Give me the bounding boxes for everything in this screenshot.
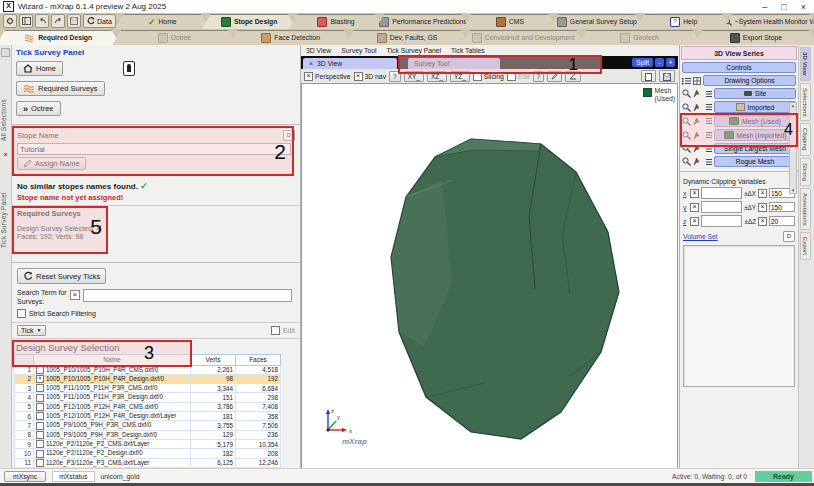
clear-search-icon[interactable]: × [70,290,80,300]
subtab-export-stope[interactable]: Export Stope [694,30,814,45]
scroll-up-icon[interactable]: ▲ [791,103,795,108]
sidetab-all-selections[interactable]: All Selections [0,71,7,141]
tab-system-health-monitor[interactable]: ~System Health Monitor Wi [723,14,814,29]
table-row[interactable]: 91120e_P2/1120e_P2_CMS.dxf/Layer5,17910,… [15,440,281,449]
tab-stope-design[interactable]: Stope Design [202,14,297,29]
settings-gear-button[interactable] [3,14,17,28]
texttab-tick-tables[interactable]: Tick Tables [451,47,485,54]
magnifier-icon[interactable] [682,103,691,112]
table-row[interactable]: 51005_P12/1005_P12H_P4R_CMS.dxf/03,7867,… [15,402,281,411]
search-surveys-input[interactable] [83,289,292,302]
view-tab-3d[interactable]: ×3D View [303,58,397,69]
mxsync-button[interactable]: mXsync [4,471,46,482]
close-panel-icon[interactable]: × [0,151,11,158]
clip-y-delta-toggle[interactable]: × [758,203,767,212]
nav3d-checkbox[interactable]: × [354,72,363,81]
pick-arrow-icon[interactable] [693,103,701,112]
table-row[interactable]: 111120e_P3/1120e_P3_CMS.dxf/Layer6,12512… [15,458,281,467]
clip-x-delta-toggle[interactable]: × [758,189,767,198]
tab-general-survey-setup[interactable]: General Survey Setup [549,14,644,29]
sidetab-slicing[interactable]: Slicing [800,158,811,186]
row-checkbox[interactable] [36,440,44,448]
controls-button[interactable]: Controls [682,62,796,73]
volume-set-list[interactable] [683,245,795,387]
clip-x-toggle[interactable]: × [690,189,699,198]
perspective-checkbox[interactable]: × [304,72,313,81]
subtab-geotech[interactable]: Geotech [577,30,701,45]
row-checkbox[interactable] [36,384,44,392]
grid-icon[interactable] [693,77,701,85]
copy-view-button[interactable] [641,70,656,81]
scroll-down-icon[interactable]: ▼ [791,188,795,193]
clip-y-input[interactable] [701,201,742,213]
user-pin-icon[interactable] [123,61,135,76]
row-checkbox[interactable] [36,403,44,411]
close-button[interactable]: × [801,2,806,12]
row-checkbox[interactable] [36,366,44,374]
clip-y-toggle[interactable]: × [690,203,699,212]
series-rogue-mesh-button[interactable]: Rogue Mesh [714,156,796,167]
magnifier-icon[interactable] [682,157,691,166]
table-row[interactable]: 81005_P9/1005_P9H_P3R_Design.dxf/0129236 [15,430,281,439]
table-row[interactable]: 61005_P12/1005_P12H_P4R_Design.dxf/Layer… [15,412,281,421]
table-row-selected[interactable]: 2×1005_P10/1005_P10H_P4R_Design.dxf/0981… [15,374,281,383]
volume-set-link[interactable]: Volume Set [683,233,718,240]
subtab-dev-faults-gs[interactable]: Dev, Faults, GS [345,30,469,45]
clip-z-delta-toggle[interactable]: × [758,217,767,226]
edit-checkbox[interactable] [271,326,280,335]
texttab-3d-view[interactable]: 3D View [306,47,331,54]
data-refresh-button[interactable]: Data [83,14,116,28]
unicorn-gold-tab[interactable]: unicorn_gold [97,472,144,481]
remove-view-button[interactable]: - [655,58,664,67]
sidetab-clipping[interactable]: Clipping [800,123,811,155]
row-checkbox-checked[interactable]: × [36,375,44,383]
tab-performance-predictions[interactable]: Performance Predictions [376,14,471,29]
clip-z-link[interactable]: z [683,218,688,225]
sidetab-selections[interactable]: Selections [800,83,811,122]
sidetab-tick-survey-panel[interactable]: Tick Survey Panel [0,158,7,248]
close-tab-icon[interactable]: × [309,60,313,67]
sidetab-3d-view[interactable]: 3D View [800,47,811,81]
row-checkbox[interactable] [36,459,44,467]
pick-arrow-icon[interactable] [693,89,701,98]
list-icon[interactable] [703,90,712,98]
subtab-face-detection[interactable]: Face Detection [229,30,353,45]
row-checkbox[interactable] [36,431,44,439]
tab-home[interactable]: ✓Home [115,14,210,29]
maximize-button[interactable]: □ [781,2,786,12]
tab-blasting[interactable]: Blasting [289,14,384,29]
table-row[interactable]: 41005_P11/1005_P11H_P3R_Design.dxf/01512… [15,393,281,402]
row-checkbox[interactable] [36,422,44,430]
split-button[interactable]: Split [632,58,653,67]
undo-button[interactable] [35,14,49,28]
minimize-button[interactable]: – [762,2,767,12]
table-row[interactable]: 71005_P9/1005_P9H_P3R_CMS.dxf/03,7557,50… [15,421,281,430]
clip-z-input[interactable] [701,215,742,227]
save-view-button[interactable] [659,70,675,81]
tab-help[interactable]: ?Help [636,14,731,29]
subtab-octree[interactable]: Octree [112,30,236,45]
series-imported-button[interactable]: Imported [714,101,796,113]
mxstatus-tab[interactable]: mXstatus [52,471,94,482]
volume-default-button[interactable]: D [783,231,795,242]
texttab-survey-tool[interactable]: Survey Tool [341,47,376,54]
clip-y-delta-input[interactable] [769,202,795,212]
clip-x-input[interactable] [701,187,742,199]
octree-button[interactable]: » Octree [16,101,61,116]
ready-indicator[interactable]: Ready [755,471,812,482]
table-row[interactable]: 101120e_P2/1120e_P2_Design.dxf/0182208 [15,449,281,458]
texttab-tick-survey-panel[interactable]: Tick Survey Panel [387,47,442,54]
magnifier-icon[interactable] [682,89,691,98]
reset-survey-ticks-button[interactable]: Reset Survey Ticks [17,268,106,284]
sidetab-annotations[interactable]: Annotations [800,188,811,231]
redo-button[interactable] [51,14,65,28]
clip-y-link[interactable]: y [683,204,688,211]
list-icon[interactable] [703,158,712,166]
tick-dropdown[interactable]: Tick▼ [17,325,46,336]
home-button[interactable]: Home [16,61,63,76]
panel-title-link[interactable]: Tick Survey Panel [12,45,300,59]
3d-viewport[interactable]: Mesh(Used) x y z mXrap [301,83,678,469]
col-verts[interactable]: Verts [191,354,236,365]
pick-arrow-icon[interactable] [693,157,701,166]
save-button[interactable] [67,14,81,28]
